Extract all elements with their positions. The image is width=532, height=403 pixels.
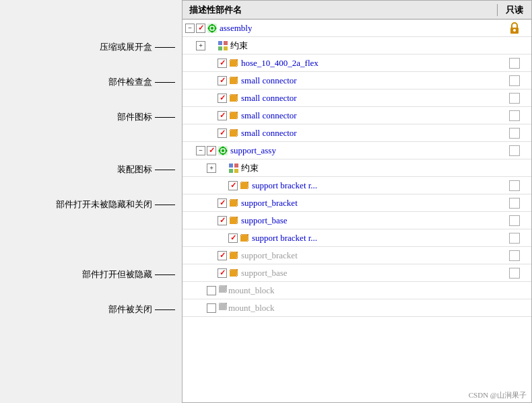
row-readonly — [498, 93, 531, 104]
row-readonly — [498, 180, 531, 191]
readonly-checkbox[interactable] — [509, 268, 520, 279]
collapse-button[interactable]: − — [196, 146, 205, 155]
row-content: + 约束 — [182, 162, 498, 174]
checkbox-checked[interactable]: ✓ — [218, 59, 227, 68]
item-label: support bracket r... — [252, 180, 317, 191]
part-icon — [239, 180, 250, 191]
expand-button[interactable]: + — [207, 163, 216, 173]
tree-row[interactable]: − ✓ assembly — [182, 20, 531, 37]
tree-row[interactable]: − ✓ support_assy — [182, 142, 531, 159]
item-label: support_bracket — [241, 250, 298, 261]
row-readonly — [498, 198, 531, 209]
checkbox-checked[interactable]: ✓ — [228, 233, 238, 243]
tree-row[interactable]: mount_block — [182, 299, 531, 317]
row-readonly — [498, 128, 531, 139]
checkbox-checked[interactable]: ✓ — [218, 251, 227, 260]
item-label: mount_block — [228, 285, 275, 296]
row-content: ✓ support_base — [182, 268, 498, 279]
svg-line-63 — [240, 182, 242, 183]
checkbox-checked[interactable]: ✓ — [218, 76, 227, 85]
svg-point-54 — [222, 149, 224, 152]
svg-rect-111 — [219, 304, 226, 310]
row-content: ✓ support bracket r... — [182, 233, 498, 244]
svg-line-91 — [230, 252, 231, 253]
checkbox-unchecked[interactable] — [207, 286, 216, 295]
part-icon — [228, 110, 239, 121]
part-icon — [239, 233, 250, 244]
readonly-checkbox[interactable] — [509, 145, 520, 156]
row-readonly — [498, 22, 531, 35]
svg-rect-69 — [230, 200, 236, 207]
checkbox-checked[interactable]: ✓ — [196, 24, 205, 33]
svg-point-8 — [513, 29, 516, 32]
readonly-checkbox[interactable] — [509, 58, 520, 69]
lock-icon — [508, 22, 521, 35]
readonly-checkbox[interactable] — [509, 233, 520, 244]
tree-row[interactable]: ✓ support bracket r... — [182, 229, 531, 247]
svg-line-19 — [236, 65, 238, 67]
item-label: small connector — [241, 93, 297, 104]
tree-body[interactable]: − ✓ assembly + 约束 — [182, 20, 531, 402]
part-icon — [228, 75, 239, 86]
readonly-checkbox[interactable] — [509, 93, 520, 104]
constraint-icon — [228, 163, 239, 174]
svg-line-24 — [230, 77, 231, 78]
item-label: support_assy — [230, 145, 276, 156]
tree-row[interactable]: ✓ support bracket r... — [182, 177, 531, 194]
part-gray-icon — [218, 284, 228, 297]
readonly-checkbox[interactable] — [509, 128, 520, 139]
ann-partcheck: 部件检查盒 — [108, 76, 175, 88]
row-content: − ✓ support_assy — [182, 145, 498, 156]
tree-row[interactable]: ✓ small connector — [182, 107, 531, 124]
row-content: + 约束 — [182, 40, 498, 52]
svg-point-4 — [208, 27, 210, 29]
svg-rect-83 — [240, 235, 247, 242]
svg-rect-11 — [218, 46, 222, 50]
tree-row[interactable]: ✓ support_base — [182, 264, 531, 282]
row-content: ✓ support_bracket — [182, 198, 498, 209]
tree-row[interactable]: + 约束 — [182, 37, 531, 54]
row-readonly — [498, 233, 531, 244]
svg-rect-55 — [229, 163, 233, 168]
checkbox-checked[interactable]: ✓ — [218, 129, 227, 138]
svg-line-98 — [230, 269, 231, 270]
tree-row[interactable]: ✓ support_bracket — [182, 247, 531, 264]
tree-row[interactable]: ✓ small connector — [182, 124, 531, 142]
readonly-checkbox[interactable] — [509, 250, 520, 261]
readonly-checkbox[interactable] — [509, 198, 520, 209]
checkbox-checked[interactable]: ✓ — [218, 216, 227, 225]
row-content: ✓ small connector — [182, 128, 498, 139]
svg-line-112 — [219, 303, 220, 304]
checkbox-checked[interactable]: ✓ — [218, 268, 227, 278]
tree-row[interactable]: ✓ support_bracket — [182, 194, 531, 212]
svg-line-33 — [236, 100, 238, 102]
checkbox-unchecked[interactable] — [207, 303, 216, 313]
svg-line-26 — [236, 83, 238, 84]
svg-line-84 — [240, 234, 242, 235]
readonly-checkbox[interactable] — [509, 215, 520, 226]
checkbox-checked[interactable]: ✓ — [228, 181, 238, 190]
readonly-checkbox[interactable] — [509, 110, 520, 121]
readonly-checkbox[interactable] — [509, 75, 520, 86]
svg-line-93 — [236, 258, 238, 259]
tree-row[interactable]: mount_block — [182, 282, 531, 299]
checkbox-checked[interactable]: ✓ — [218, 111, 227, 120]
tree-row[interactable]: + 约束 — [182, 159, 531, 177]
readonly-checkbox[interactable] — [509, 180, 520, 191]
collapse-button[interactable]: − — [185, 24, 195, 33]
watermark: CSDN @山涧果子 — [469, 390, 527, 400]
checkbox-checked[interactable]: ✓ — [218, 94, 227, 103]
item-label: small connector — [241, 75, 297, 86]
checkbox-checked[interactable]: ✓ — [207, 146, 216, 155]
svg-rect-57 — [229, 169, 233, 173]
item-label: hose_10_400_2a_flex — [241, 58, 319, 69]
tree-row[interactable]: ✓ small connector — [182, 89, 531, 107]
tree-row[interactable]: ✓ small connector — [182, 72, 531, 89]
tree-row[interactable]: ✓ support_base — [182, 212, 531, 229]
item-label: small connector — [241, 128, 297, 139]
svg-line-100 — [236, 275, 238, 277]
constraint-icon — [218, 40, 228, 51]
tree-row[interactable]: ✓ hose_10_400_2a_flex — [182, 54, 531, 72]
expand-button[interactable]: + — [196, 41, 205, 50]
checkbox-checked[interactable]: ✓ — [218, 198, 227, 208]
